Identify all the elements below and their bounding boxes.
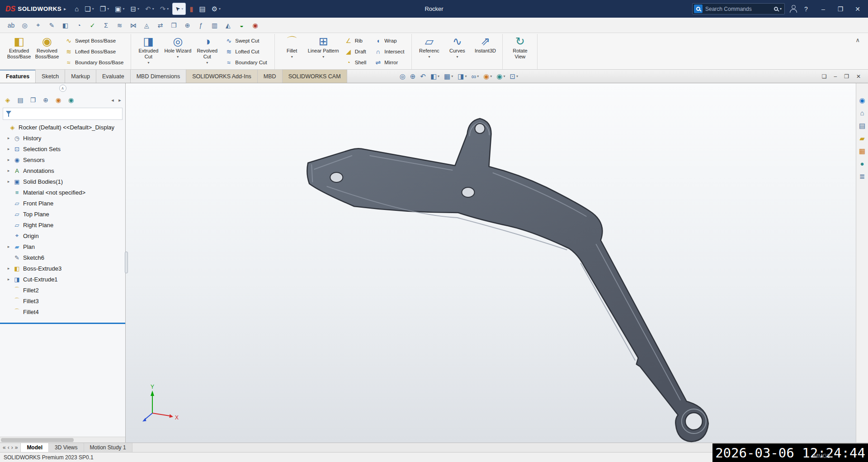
edit-appearance-icon[interactable]: ◉ ▾ bbox=[481, 71, 494, 82]
mirror-button[interactable]: ⇌ Mirror bbox=[373, 57, 406, 67]
tab-mbd-dimensions[interactable]: MBD Dimensions bbox=[131, 70, 187, 83]
expand-arrow-icon[interactable]: ▸ bbox=[6, 179, 11, 184]
deviation-analysis-icon[interactable]: ◭ bbox=[222, 19, 234, 31]
section-view-icon[interactable]: ◧ ▾ bbox=[429, 71, 441, 82]
dropdown-caret-icon[interactable]: ▾ bbox=[147, 61, 149, 65]
magnifier-icon[interactable]: ◎ bbox=[19, 19, 30, 31]
tree-item-plan-folder[interactable]: ▸ ▰ Plan bbox=[0, 241, 125, 252]
tab-mbd[interactable]: MBD bbox=[258, 70, 283, 83]
user-account-icon[interactable] bbox=[789, 5, 797, 13]
featuremanager-tab-icon[interactable]: ◈ bbox=[2, 95, 13, 105]
collapse-ribbon-icon[interactable]: ∧ bbox=[849, 34, 866, 46]
dropdown-caret-icon[interactable]: ▾ bbox=[477, 74, 479, 78]
markup-icon[interactable]: ✎ bbox=[46, 19, 57, 31]
new-doc-window-icon[interactable]: ❏ bbox=[822, 73, 827, 80]
import-diagnostics-icon[interactable]: ⊕ bbox=[182, 19, 193, 31]
prev-tab-icon[interactable]: ‹ bbox=[8, 444, 9, 451]
dropdown-caret-icon[interactable]: ▾ bbox=[137, 7, 139, 11]
dropdown-caret-icon[interactable]: ▾ bbox=[152, 7, 154, 11]
swept-boss-base-button[interactable]: ∿ Swept Boss/Base bbox=[63, 36, 125, 46]
search-scope-icon[interactable] bbox=[694, 5, 703, 13]
reference-geometry-button[interactable]: ▱ Referenc ▾ bbox=[415, 34, 443, 69]
dropdown-caret-icon[interactable]: ▾ bbox=[516, 74, 518, 78]
sheet-tab-motion-study-1[interactable]: Motion Study 1 bbox=[84, 443, 132, 452]
tree-item-fillet2[interactable]: ▸ ⌒ Fillet2 bbox=[0, 285, 125, 295]
minimize-doc-icon[interactable]: – bbox=[834, 73, 837, 80]
dropdown-caret-icon[interactable]: ▾ bbox=[490, 74, 492, 78]
check-entity-icon[interactable]: ✓ bbox=[87, 19, 98, 31]
cam-tree-tab-icon[interactable]: ◉ bbox=[66, 95, 76, 105]
expand-arrow-icon[interactable]: ▸ bbox=[6, 136, 11, 140]
tree-item-solid-bodies[interactable]: ▸ ▣ Solid Bodies(1) bbox=[0, 176, 125, 187]
tab-sketch[interactable]: Sketch bbox=[36, 70, 65, 83]
tree-item-material[interactable]: ▸ ≡ Material <not specified> bbox=[0, 187, 125, 198]
expand-arrow-icon[interactable]: ▸ bbox=[6, 266, 11, 271]
dropdown-caret-icon[interactable]: ▾ bbox=[451, 74, 453, 78]
print-icon[interactable]: ⊟ ▾ bbox=[128, 3, 142, 15]
options-icon[interactable]: ⚙ ▾ bbox=[209, 3, 223, 15]
rib-button[interactable]: ∠ Rib bbox=[343, 36, 368, 46]
tree-tabs-scroll-left-icon[interactable]: ◂ bbox=[109, 97, 116, 103]
search-dropdown-caret-icon[interactable]: ▾ bbox=[780, 7, 782, 11]
dropdown-caret-icon[interactable]: ▾ bbox=[503, 74, 505, 78]
configurationmanager-tab-icon[interactable]: ❐ bbox=[28, 95, 38, 105]
expand-arrow-icon[interactable]: ▸ bbox=[6, 168, 11, 173]
minimize-window-icon[interactable]: – bbox=[815, 0, 832, 18]
dropdown-caret-icon[interactable]: ▾ bbox=[465, 74, 467, 78]
linear-pattern-button[interactable]: ⊞ Linear Pattern ▾ bbox=[306, 34, 341, 69]
tree-item-fillet4[interactable]: ▸ ⌒ Fillet4 bbox=[0, 306, 125, 317]
logo-expand-arrow-icon[interactable]: ▸ bbox=[64, 6, 66, 11]
tree-item-rocker-root[interactable]: ▸ ◈ Rocker (Default) <<Default>_Display bbox=[0, 122, 125, 133]
first-tab-icon[interactable]: « bbox=[3, 444, 6, 451]
view-settings-icon[interactable]: ⊡ ▾ bbox=[508, 71, 520, 82]
tab-evaluate[interactable]: Evaluate bbox=[96, 70, 131, 83]
tree-item-fillet3[interactable]: ▸ ⌒ Fillet3 bbox=[0, 295, 125, 306]
restore-window-icon[interactable]: ❐ bbox=[832, 0, 849, 18]
tree-item-sketch6[interactable]: ▸ ✎ Sketch6 bbox=[0, 252, 125, 263]
geometry-analysis-icon[interactable]: ◬ bbox=[141, 19, 152, 31]
next-tab-icon[interactable]: › bbox=[11, 444, 13, 451]
home-icon[interactable]: ⌂ bbox=[72, 3, 81, 15]
costing-icon[interactable]: ◉ bbox=[250, 19, 261, 31]
undo-icon[interactable]: ↶ ▾ bbox=[143, 3, 156, 15]
tree-item-top-plane[interactable]: ▸ ▱ Top Plane bbox=[0, 209, 125, 219]
magnifier-icon[interactable] bbox=[774, 7, 778, 11]
displaymanager-tab-icon[interactable]: ◉ bbox=[53, 95, 64, 105]
view-orientation-icon[interactable]: ▦ ▾ bbox=[442, 71, 455, 82]
dropdown-caret-icon[interactable]: ▾ bbox=[92, 7, 94, 11]
custom-properties-icon[interactable]: ≣ bbox=[859, 173, 865, 180]
propertymanager-tab-icon[interactable]: ▤ bbox=[15, 95, 26, 105]
resources-home-icon[interactable]: ⌂ bbox=[860, 110, 864, 116]
graphics-viewport[interactable]: Y X bbox=[126, 83, 856, 443]
sheet-tab-3d-views[interactable]: 3D Views bbox=[49, 443, 84, 452]
new-file-icon[interactable]: ❏ ▾ bbox=[82, 3, 96, 15]
expand-arrow-icon[interactable]: ▸ bbox=[6, 157, 11, 162]
tree-tabs-scroll-right-icon[interactable]: ▸ bbox=[117, 97, 123, 103]
previous-view-icon[interactable]: ↶ bbox=[418, 71, 428, 82]
dropdown-caret-icon[interactable]: ▾ bbox=[167, 7, 169, 11]
panel-collapse-button[interactable]: ∧ bbox=[59, 85, 66, 92]
swept-cut-button[interactable]: ∿ Swept Cut bbox=[223, 36, 269, 46]
rollback-bar[interactable] bbox=[0, 323, 125, 324]
boundary-cut-button[interactable]: ≈ Boundary Cut bbox=[223, 57, 269, 67]
rotate-view-button[interactable]: ↻ Rotate View bbox=[506, 34, 534, 69]
tree-item-boss-extrude3[interactable]: ▸ ◧ Boss-Extrude3 bbox=[0, 263, 125, 274]
tab-markup[interactable]: Markup bbox=[65, 70, 96, 83]
zoom-area-icon[interactable]: ⊕ bbox=[408, 71, 418, 82]
dropdown-caret-icon[interactable]: ▾ bbox=[107, 7, 109, 11]
hide-show-items-icon[interactable]: ∞ ▾ bbox=[469, 71, 481, 82]
shell-button[interactable]: ◔ Shell bbox=[343, 57, 368, 67]
search-input[interactable]: Search Commands bbox=[705, 6, 771, 12]
dropdown-caret-icon[interactable]: ▾ bbox=[181, 7, 183, 11]
dropdown-caret-icon[interactable]: ▾ bbox=[291, 55, 293, 59]
instant3d-button[interactable]: ⇗ Instant3D bbox=[471, 34, 499, 69]
hole-wizard-button[interactable]: ◎ Hole Wizard ▾ bbox=[162, 34, 193, 69]
wrap-button[interactable]: ◖ Wrap bbox=[373, 36, 406, 46]
sheet-tab-model[interactable]: Model bbox=[21, 443, 49, 452]
view-palette-icon[interactable]: ▦ bbox=[859, 148, 865, 154]
display-style-icon[interactable]: ◨ ▾ bbox=[456, 71, 468, 82]
tree-item-sensors[interactable]: ▸ ◉ Sensors bbox=[0, 154, 125, 165]
tree-horizontal-scrollbar[interactable] bbox=[0, 437, 125, 443]
tree-item-origin[interactable]: ▸ ⌖ Origin bbox=[0, 230, 125, 241]
zoom-fit-icon[interactable]: ◎ bbox=[398, 71, 407, 82]
